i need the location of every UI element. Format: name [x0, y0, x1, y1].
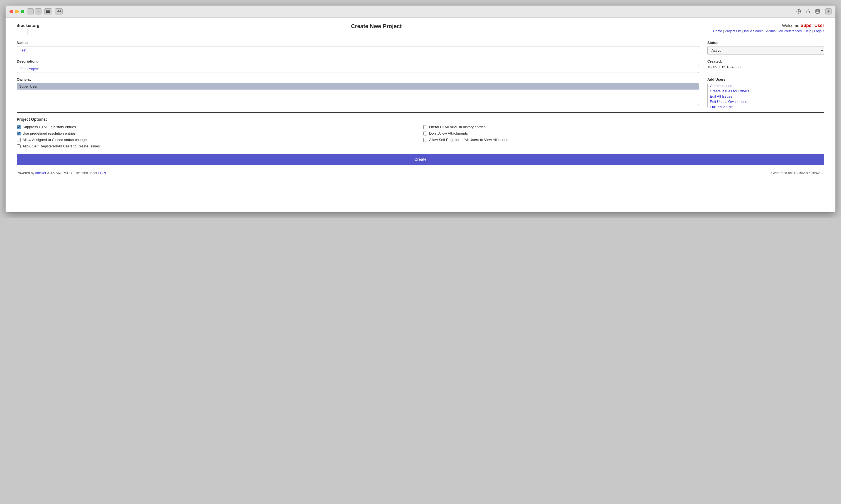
user-area: Welcome Super User Home | Project List |…	[713, 23, 824, 33]
owners-list[interactable]: Super User	[17, 83, 699, 105]
owners-field-col: Owners: Super User	[17, 77, 699, 108]
checkbox-suppress-html[interactable]	[17, 125, 21, 129]
footer-left: Powered by itracker 3.3.5-SNAPSHOT, lice…	[17, 171, 107, 175]
create-button[interactable]: Create	[17, 154, 824, 165]
username: Super User	[801, 23, 824, 28]
svg-rect-1	[46, 11, 50, 12]
status-label: Status:	[707, 41, 824, 45]
back-button[interactable]: ‹	[27, 8, 34, 15]
desc-created-row: Description: Created: 10/15/2016 18:42:3…	[17, 59, 824, 73]
checkbox-predefined-resolution[interactable]	[17, 131, 21, 136]
desc-field-col: Description:	[17, 59, 699, 73]
nav-my-preferences[interactable]: My Preferences	[778, 29, 802, 33]
minimize-button[interactable]	[15, 10, 19, 13]
new-tab-button[interactable]: +	[825, 8, 831, 15]
section-divider	[17, 112, 824, 113]
user-option-create-issues[interactable]: Create Issues	[708, 83, 824, 88]
maximize-button[interactable]	[21, 10, 24, 13]
download-icon[interactable]	[795, 8, 802, 15]
user-option-edit-all[interactable]: Edit All Issues	[708, 94, 824, 99]
svg-rect-8	[816, 10, 820, 13]
option-label-predefined-resolution: Use predefined resolution entries	[22, 131, 76, 136]
lgpl-link[interactable]: LGPL	[98, 171, 107, 175]
logo-text: itracker.org	[17, 23, 39, 28]
nav-admin[interactable]: Admin	[766, 29, 775, 33]
logo-box	[17, 29, 28, 35]
option-suppress-html: Suppress HTML in history entries	[17, 125, 418, 129]
checkbox-allow-assigned-closed[interactable]	[17, 138, 21, 142]
footer-right: Generated on: 10/15/2016 18:42:38	[771, 171, 824, 175]
nav-help[interactable]: Help	[805, 29, 811, 33]
nav-links: Home | Project List | Issue Search | Adm…	[713, 29, 824, 33]
close-button[interactable]	[10, 10, 13, 13]
powered-by-text: Powered by	[17, 171, 35, 175]
checkbox-allow-self-reg-create[interactable]	[17, 144, 21, 148]
description-label: Description:	[17, 59, 699, 64]
forward-button[interactable]: ›	[35, 8, 41, 15]
nav-project-list[interactable]: Project List	[725, 29, 741, 33]
itracker-link[interactable]: itracker	[35, 171, 46, 175]
svg-rect-3	[57, 10, 58, 12]
browser-content: itracker.org Create New Project Welcome …	[5, 18, 836, 212]
nav-issue-search[interactable]: Issue Search	[744, 29, 763, 33]
options-grid: Suppress HTML in history entries Literal…	[17, 125, 824, 148]
name-input[interactable]	[17, 46, 699, 54]
option-literal-html: Literal HTML/XML in history entries	[423, 125, 824, 129]
owners-label: Owners:	[17, 77, 699, 82]
version-text: 3.3.5-SNAPSHOT, licensed under	[46, 171, 98, 175]
page-header: itracker.org Create New Project Welcome …	[17, 23, 824, 35]
status-field-col: Status: Active Inactive	[707, 41, 824, 55]
name-label: Name:	[17, 41, 699, 45]
option-label-allow-self-reg-create: Allow Self Registered/All Users to Creat…	[22, 144, 100, 148]
user-option-create-issues-others[interactable]: Create Issues for Others	[708, 88, 824, 94]
user-option-edit-own[interactable]: Edit User's Own Issues	[708, 99, 824, 104]
option-label-allow-self-reg-view: Allow Self Registered/All Users to View …	[429, 138, 508, 142]
traffic-lights	[10, 10, 24, 13]
page-footer: Powered by itracker 3.3.5-SNAPSHOT, lice…	[17, 171, 824, 175]
tab-overview-button[interactable]	[55, 8, 63, 15]
checkbox-allow-self-reg-view[interactable]	[423, 138, 427, 142]
owner-item[interactable]: Super User	[17, 83, 699, 90]
status-select[interactable]: Active Inactive	[707, 46, 824, 55]
add-users-field-col: Add Users: Create Issues Create Issues f…	[707, 77, 824, 108]
nav-logout[interactable]: Logout	[814, 29, 824, 33]
logo-area: itracker.org	[17, 23, 39, 35]
add-users-select[interactable]: Create Issues Create Issues for Others E…	[707, 83, 824, 108]
svg-rect-2	[46, 12, 50, 13]
browser-window: ‹ ›	[5, 5, 836, 212]
created-label: Created:	[707, 59, 824, 64]
option-allow-self-reg-create: Allow Self Registered/All Users to Creat…	[17, 144, 418, 148]
checkbox-literal-html[interactable]	[423, 125, 427, 129]
project-options-title: Project Options:	[17, 117, 824, 122]
welcome-text: Welcome Super User	[713, 23, 824, 28]
page-title: Create New Project	[39, 23, 713, 30]
page: itracker.org Create New Project Welcome …	[5, 18, 836, 183]
svg-rect-4	[59, 10, 61, 12]
option-label-allow-assigned-closed: Allow Assigned to Closed status change	[22, 138, 87, 142]
name-status-row: Name: Status: Active Inactive	[17, 41, 824, 55]
created-field-col: Created: 10/15/2016 18:42:38	[707, 59, 824, 73]
browser-chrome: ‹ ›	[5, 5, 836, 18]
option-label-literal-html: Literal HTML/XML in history entries	[429, 125, 486, 129]
nav-home[interactable]: Home	[713, 29, 722, 33]
option-predefined-resolution: Use predefined resolution entries	[17, 131, 418, 136]
name-field-col: Name:	[17, 41, 699, 55]
user-option-full-edit[interactable]: Full Issue Edit	[708, 104, 824, 108]
share-icon[interactable]	[805, 8, 811, 15]
checkbox-no-attachments[interactable]	[423, 131, 427, 136]
option-label-suppress-html: Suppress HTML in history entries	[22, 125, 76, 129]
owners-users-row: Owners: Super User Add Users: Create Iss…	[17, 77, 824, 108]
option-allow-assigned-closed: Allow Assigned to Closed status change	[17, 138, 418, 142]
sidebar-toggle[interactable]	[44, 8, 52, 15]
option-no-attachments: Don't Allow Attachments	[423, 131, 824, 136]
svg-rect-0	[46, 10, 50, 11]
browser-icons-right: +	[795, 8, 831, 15]
created-value: 10/15/2016 18:42:38	[707, 65, 740, 69]
option-label-no-attachments: Don't Allow Attachments	[429, 131, 468, 136]
option-allow-self-reg-view: Allow Self Registered/All Users to View …	[423, 138, 824, 142]
new-tab-icon[interactable]	[814, 8, 821, 15]
nav-buttons: ‹ ›	[27, 8, 41, 15]
add-users-label: Add Users:	[707, 77, 824, 82]
svg-rect-9	[817, 10, 819, 12]
description-input[interactable]	[17, 65, 699, 73]
